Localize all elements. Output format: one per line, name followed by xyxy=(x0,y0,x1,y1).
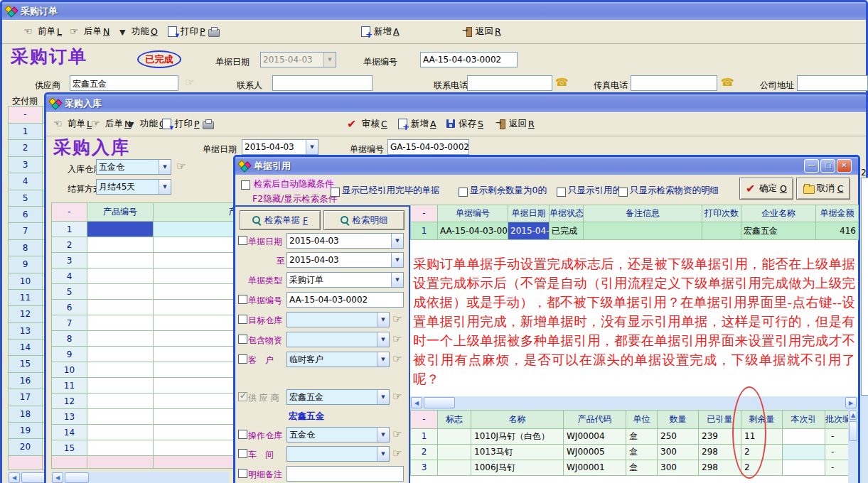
table-row[interactable]: 31006J马钉WJ00001盒3002982- xyxy=(411,460,849,476)
option-checkbox[interactable] xyxy=(459,188,468,197)
option-checkbox[interactable] xyxy=(331,188,340,197)
filter-picker-hand-icon[interactable]: ☞ xyxy=(392,314,402,325)
warehouse-combo[interactable]: 五金仓 xyxy=(96,159,171,175)
filter-combo-2[interactable]: 采购订单 xyxy=(286,272,404,288)
option-checkbox[interactable] xyxy=(557,188,566,197)
scroll-right-icon[interactable]: ▶ xyxy=(845,397,857,408)
toolbar-add-button[interactable]: 新增A xyxy=(361,24,400,38)
dialog-title: 单据引用 xyxy=(254,160,291,173)
toolbar-print-button[interactable]: 打印P xyxy=(168,24,220,38)
ok-button[interactable]: 确定 O xyxy=(739,178,793,200)
search-details-button[interactable]: 检索明细 xyxy=(323,210,404,230)
filter-combo-8[interactable]: 五金仓 xyxy=(286,427,390,443)
filter-checkbox-9[interactable] xyxy=(238,449,247,458)
toolbar-add-button[interactable]: 新增A xyxy=(398,116,436,131)
close-button[interactable]: ✕ xyxy=(837,159,852,173)
toolbar-next-button[interactable]: 后单N xyxy=(70,24,109,38)
scroll-thumb[interactable] xyxy=(65,472,89,483)
filter-picker-hand-icon[interactable]: ☞ xyxy=(392,354,402,364)
dropdown-arrow-icon[interactable] xyxy=(377,390,389,404)
dropdown-arrow-icon[interactable] xyxy=(377,428,389,442)
po-doc-date-combo[interactable]: 2015-04-03 xyxy=(260,52,336,67)
stockin-grid-hscrollbar[interactable]: ◀ xyxy=(51,472,229,483)
supplier-link[interactable]: 宏鑫五金 xyxy=(289,411,324,423)
stockin-doc-date-combo[interactable]: 2015-04-03 xyxy=(242,139,318,155)
cancel-button[interactable]: 取消 C xyxy=(796,178,850,200)
filter-combo-0[interactable]: 2015-04-03 xyxy=(286,233,404,249)
dropdown-arrow-icon[interactable] xyxy=(159,160,171,174)
scroll-thumb[interactable] xyxy=(21,472,45,483)
toolbar-back-button[interactable]: 返回R xyxy=(463,24,501,38)
filter-checkbox-3[interactable] xyxy=(238,295,247,304)
settlement-combo[interactable]: 月结45天 xyxy=(96,179,171,195)
scroll-up-icon[interactable]: ▲ xyxy=(849,411,857,420)
contact-input[interactable] xyxy=(272,75,373,91)
scroll-thumb[interactable] xyxy=(849,421,857,441)
filter-combo-1[interactable]: 2015-04-03 xyxy=(286,252,404,268)
dropdown-arrow-icon[interactable] xyxy=(377,332,389,347)
toolbar-functions-button[interactable]: 功能O xyxy=(128,116,166,131)
fax-phone-icon[interactable] xyxy=(721,76,732,89)
toolbar-prev-button[interactable]: 前单L xyxy=(23,24,62,38)
filter-combo-7[interactable]: 宏鑫五金 xyxy=(286,389,390,405)
filter-picker-hand-icon[interactable]: ☞ xyxy=(392,429,402,440)
stockin-doc-no-input[interactable]: GA-15-04-03-0002 xyxy=(387,139,469,155)
phone-input[interactable] xyxy=(467,75,552,91)
option-checkbox[interactable] xyxy=(241,180,250,190)
filter-picker-hand-icon[interactable]: ☞ xyxy=(392,391,402,402)
filter-picker-hand-icon[interactable]: ☞ xyxy=(392,334,402,344)
phone-icon[interactable] xyxy=(555,76,567,89)
option-checkbox[interactable] xyxy=(618,188,628,197)
dropdown-arrow-icon[interactable] xyxy=(377,447,389,461)
master-grid-hscrollbar[interactable]: ◀ ▶ xyxy=(410,396,858,410)
filter-checkbox-7[interactable] xyxy=(238,392,247,401)
filter-combo-6[interactable]: 临时客户 xyxy=(286,352,390,367)
dropdown-arrow-icon[interactable] xyxy=(391,234,403,248)
dropdown-arrow-icon[interactable] xyxy=(391,273,403,287)
filter-checkbox-5[interactable] xyxy=(238,335,247,344)
scroll-left-icon[interactable]: ◀ xyxy=(411,397,422,408)
supplier-input[interactable]: 宏鑫五金 xyxy=(70,75,178,91)
dropdown-arrow-icon[interactable] xyxy=(377,313,389,327)
address-input[interactable] xyxy=(797,75,868,91)
dropdown-arrow-icon[interactable] xyxy=(377,352,389,367)
toolbar-print-button[interactable]: 打印P xyxy=(162,116,214,131)
scroll-left-icon[interactable]: ◀ xyxy=(9,472,20,483)
po-doc-no-input[interactable]: AA-15-04-03-0002 xyxy=(420,52,518,67)
scroll-left-icon[interactable]: ◀ xyxy=(52,472,63,483)
minimize-button[interactable]: — xyxy=(804,159,819,173)
table-row[interactable]: 11010J马钉（白色）WJ00004盒25023911- xyxy=(411,429,849,445)
dropdown-arrow-icon[interactable] xyxy=(159,180,171,194)
filter-picker-hand-icon[interactable]: ☞ xyxy=(392,448,402,459)
filter-checkbox-8[interactable] xyxy=(238,430,247,439)
row-number: 18 xyxy=(9,406,43,423)
detail-grid-vscrollbar[interactable]: ▲ xyxy=(848,410,858,483)
filter-checkbox-4[interactable] xyxy=(238,315,247,324)
filter-checkbox-6[interactable] xyxy=(238,354,247,364)
warehouse-picker-hand-icon[interactable]: ☞ xyxy=(176,161,186,172)
filter-checkbox-10[interactable] xyxy=(238,469,247,478)
table-row[interactable]: 21013马钉WJ00005盒3002982- xyxy=(411,445,849,460)
toolbar-prev-button[interactable]: 前单L xyxy=(53,116,92,131)
toolbar-functions-button[interactable]: 功能O xyxy=(119,24,158,38)
filter-combo-5[interactable] xyxy=(286,332,390,347)
dropdown-arrow-icon[interactable] xyxy=(323,53,336,67)
toolbar-back-button[interactable]: 返回R xyxy=(496,116,535,131)
table-row[interactable]: 1AA-15-04-03-00022015-04-03已完成宏鑫五金416 xyxy=(411,222,859,240)
filter-input-10[interactable] xyxy=(286,466,404,482)
address-label: 公司地址 xyxy=(760,80,794,92)
supplier-picker-hand-icon[interactable]: ☞ xyxy=(185,77,194,88)
dropdown-arrow-icon[interactable] xyxy=(306,140,318,154)
search-documents-button[interactable]: 检索单据 F xyxy=(240,210,321,230)
scroll-thumb[interactable] xyxy=(424,397,455,408)
toolbar-save-button[interactable]: 保存S xyxy=(446,116,483,131)
filter-input-3[interactable]: AA-15-04-03-0002 xyxy=(286,292,404,308)
toolbar-audit-button[interactable]: 审核C xyxy=(347,116,387,131)
fax-input[interactable] xyxy=(631,75,717,91)
filter-combo-4[interactable] xyxy=(286,312,390,327)
filter-combo-9[interactable] xyxy=(286,446,390,462)
dropdown-arrow-icon[interactable] xyxy=(391,253,403,267)
filter-checkbox-0[interactable] xyxy=(238,236,247,245)
maximize-button[interactable]: □ xyxy=(820,159,835,173)
toolbar-next-button[interactable]: 后单N xyxy=(91,116,131,131)
